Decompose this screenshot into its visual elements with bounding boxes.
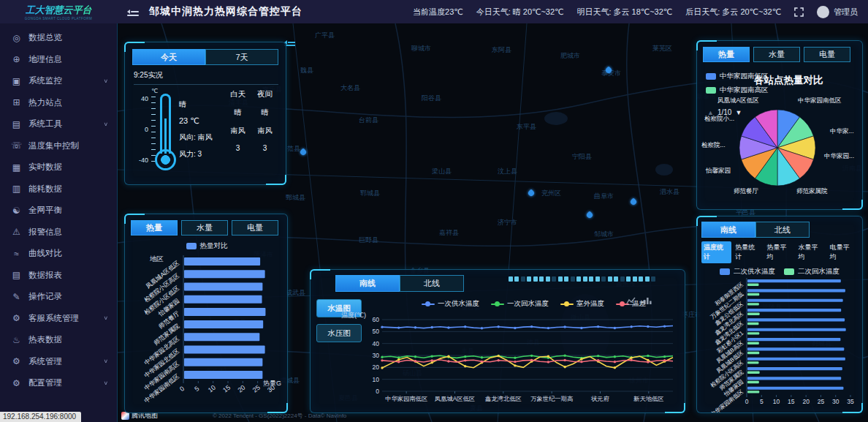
zoom-cell[interactable] <box>614 276 618 282</box>
zoom-cell[interactable] <box>595 276 600 282</box>
page-title: 邹城中润热力热网综合管控平台 <box>149 5 302 18</box>
zoom-cell[interactable] <box>601 276 606 282</box>
zoom-cell[interactable] <box>521 276 525 282</box>
toolbox-icon: ▤ <box>11 119 22 129</box>
heat-compare-panel: 热量水量电量 热量对比 051015202530热量G地区凤凰城A区低区检察院小… <box>124 214 288 413</box>
map-place-label: 东阿县 <box>492 45 511 55</box>
subtab-电量平均[interactable]: 电量平均 <box>828 241 858 263</box>
map-place-label: 聊城市 <box>411 44 431 53</box>
log-icon: ✎ <box>11 292 22 302</box>
zoom-cell[interactable] <box>651 276 655 282</box>
fullscreen-icon[interactable] <box>794 7 804 17</box>
sidebar-item-label: 数据总览 <box>28 32 62 43</box>
tab-北线[interactable]: 北线 <box>400 275 464 292</box>
svg-text:30: 30 <box>373 352 380 359</box>
zoom-cell[interactable] <box>576 276 581 282</box>
button-水压图[interactable]: 水压图 <box>316 324 362 342</box>
bar-type-icon[interactable] <box>643 296 652 305</box>
legend-label: 二次供水温度 <box>734 267 775 276</box>
balance-icon: ☯ <box>11 206 22 216</box>
temperature-curve-chart: 0102030405060中华家园南低区凤凰城A区低区鑫龙湾北低区万象世纪一期高… <box>365 317 677 406</box>
pie-callout-label: 中华家园南低区 <box>798 97 842 105</box>
zoom-cell[interactable] <box>583 276 587 282</box>
tab-热量[interactable]: 热量 <box>703 47 750 62</box>
zoom-cell[interactable] <box>509 276 513 282</box>
tab-水量[interactable]: 水量 <box>181 220 228 236</box>
zoom-cell[interactable] <box>558 276 563 282</box>
sidebar-item-全网平衡[interactable]: ☯全网平衡 <box>0 200 117 222</box>
zoom-cell[interactable] <box>527 276 531 282</box>
svg-text:15: 15 <box>788 398 795 405</box>
pie-slice-中华家园北低区 <box>777 148 813 178</box>
user-name: 管理员 <box>834 7 858 18</box>
curve-ylabel: 温度(℃) <box>341 311 366 320</box>
legend-label: 中华家园南高区 <box>720 86 769 95</box>
pie-callout-label: 师范餐厅 <box>734 187 758 196</box>
sidebar-item-数据报表[interactable]: ▤数据报表 <box>0 265 117 287</box>
weather-time-label: 9:25实况 <box>134 70 278 85</box>
zoom-cell[interactable] <box>539 276 544 282</box>
sidebar-item-label: 客服系统管理 <box>28 313 79 324</box>
tab-南线[interactable]: 南线 <box>335 275 400 292</box>
zoom-cell[interactable] <box>639 276 643 282</box>
sidebar-item-地理信息[interactable]: ⊕地理信息 <box>0 49 117 71</box>
subtab-热量平均[interactable]: 热量平均 <box>764 241 794 263</box>
zoom-cell[interactable] <box>571 276 575 282</box>
sidebar-item-温度集中控制[interactable]: ☏温度集中控制 <box>0 135 117 157</box>
sidebar-item-热力站点[interactable]: ⊞热力站点 <box>0 92 117 114</box>
line-type-icon[interactable] <box>626 296 636 305</box>
sidebar-item-客服系统管理[interactable]: ⚙客服系统管理∨ <box>0 308 117 330</box>
sidebar-item-系统监控[interactable]: ▣系统监控∨ <box>0 70 117 92</box>
user-menu[interactable]: 管理员 <box>817 6 858 18</box>
tab-7天[interactable]: 7天 <box>205 49 278 65</box>
sidebar-item-label: 系统工具 <box>28 118 62 129</box>
pie-callout-label: 师范家属院 <box>796 187 828 196</box>
subtab-水量平均[interactable]: 水量平均 <box>796 241 826 263</box>
zoom-cell[interactable] <box>533 276 538 282</box>
thermometer: ℃ 40 0 -40 <box>132 89 179 176</box>
zoom-cell[interactable] <box>564 276 568 282</box>
sidebar-item-能耗数据[interactable]: ▥能耗数据 <box>0 178 117 200</box>
sidebar-item-热表数据[interactable]: ♨热表数据 <box>0 329 117 351</box>
zoom-cell[interactable] <box>620 276 625 282</box>
sidebar-item-报警信息[interactable]: ⚠报警信息 <box>0 222 117 244</box>
zoom-cell[interactable] <box>645 276 650 282</box>
pie-slice-中华家园南低区 <box>777 110 800 148</box>
sidebar-item-数据总览[interactable]: ◎数据总览 <box>0 27 117 49</box>
tab-电量[interactable]: 电量 <box>232 220 278 236</box>
zoom-cell[interactable] <box>589 276 593 282</box>
subtab-温度统计[interactable]: 温度统计 <box>701 241 731 263</box>
pie-callout-label: 中华家... <box>830 127 854 136</box>
zoom-cell[interactable] <box>514 276 519 282</box>
zoom-cell[interactable] <box>626 276 631 282</box>
zoom-cell[interactable] <box>633 276 637 282</box>
sidebar-item-曲线对比[interactable]: ≈曲线对比 <box>0 243 117 265</box>
tab-今天[interactable]: 今天 <box>132 49 205 65</box>
zoom-cell[interactable] <box>552 276 556 282</box>
zoom-cell[interactable] <box>546 276 550 282</box>
map-place-label: 泗水县 <box>660 187 679 197</box>
chevron-down-icon: ∨ <box>103 78 108 84</box>
sidebar-item-系统工具[interactable]: ▤系统工具∨ <box>0 113 117 135</box>
sidebar-item-实时数据[interactable]: ▦实时数据 <box>0 157 117 178</box>
tab-北线[interactable]: 北线 <box>755 222 810 238</box>
tab-南线[interactable]: 南线 <box>701 222 755 238</box>
subtab-热量统计[interactable]: 热量统计 <box>733 241 763 263</box>
data-zoom-strip[interactable] <box>509 276 656 282</box>
legend-label: 一次回水温度 <box>507 299 549 309</box>
logo-subtext: GONGDA SMART CLOUD PLATFORM <box>25 17 93 20</box>
zoom-cell[interactable] <box>608 276 612 282</box>
map-place-label: 巨野县 <box>359 236 378 245</box>
phone-icon: ☏ <box>11 140 22 151</box>
tab-热量[interactable]: 热量 <box>131 220 178 236</box>
sidebar-collapse-icon[interactable] <box>127 7 139 16</box>
tab-电量[interactable]: 电量 <box>804 47 850 62</box>
sidebar-item-配置管理[interactable]: ⚙配置管理∨ <box>0 372 117 394</box>
curve-mode-buttons: 水温图水压图 <box>316 299 362 342</box>
tab-水量[interactable]: 水量 <box>753 47 800 62</box>
svg-text:10: 10 <box>773 398 780 405</box>
sidebar-item-操作记录[interactable]: ✎操作记录 <box>0 286 117 308</box>
sidebar-item-label: 数据报表 <box>28 270 62 281</box>
page-down-icon[interactable]: ▼ <box>735 109 742 116</box>
sidebar-item-系统管理[interactable]: ⚙系统管理∨ <box>0 351 117 373</box>
